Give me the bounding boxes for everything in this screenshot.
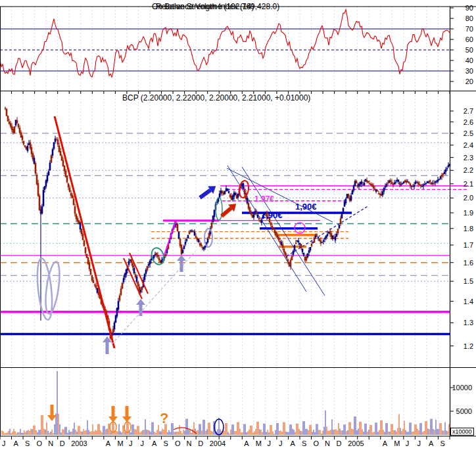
- price-level-label-190-left[interactable]: 1,90€: [261, 210, 283, 220]
- volume-spike-arrow-3[interactable]: [122, 406, 131, 422]
- x-axis-month-label: A: [14, 439, 18, 447]
- price-y-axis-label: 1.9: [452, 209, 473, 217]
- question-mark-annotation[interactable]: ?: [160, 410, 168, 427]
- x-axis-month-label: J: [2, 439, 6, 447]
- x-axis-month-label: S: [25, 439, 30, 447]
- x-axis-month-label: A: [244, 439, 249, 447]
- x-axis-month-label: J: [279, 439, 283, 447]
- rsi-y-axis-label: 30: [452, 67, 473, 75]
- rsi-y-axis-label: 60: [452, 35, 473, 43]
- price-y-axis-label: 1.6: [452, 259, 473, 267]
- price-y-axis-label: 2.4: [452, 141, 473, 149]
- x-axis-month-label: A: [290, 439, 295, 447]
- price-y-axis-label: 1.8: [452, 225, 473, 233]
- x-axis-month-label: D: [337, 439, 342, 447]
- x-axis-month-label: N: [325, 439, 330, 447]
- price-y-axis-label: 1.2: [452, 342, 473, 350]
- price-y-axis-label: 2.0: [452, 194, 473, 202]
- x-axis-month-label: S: [302, 439, 306, 447]
- price-y-axis-label: 2.6: [452, 118, 473, 126]
- rsi-y-axis-label: 90: [452, 4, 473, 12]
- price-y-axis-label: 2.3: [452, 154, 473, 162]
- rsi-y-axis-label: 20: [452, 78, 473, 85]
- major-downtrend-line[interactable]: [55, 116, 114, 348]
- volume-bars: [1, 371, 450, 435]
- panel-borders: [0, 7, 476, 439]
- x-axis-month-label: O: [314, 439, 320, 447]
- volume-y-axis-label: 10000: [451, 384, 472, 392]
- support-resistance-lines[interactable]: [0, 133, 468, 334]
- x-axis-year-label: 2005: [348, 439, 364, 447]
- x-axis-month-label: O: [37, 439, 43, 447]
- x-axis-month-label: N: [187, 439, 192, 447]
- orange-volume-arc-2[interactable]: [124, 422, 131, 432]
- x-axis-month-label: M: [394, 439, 400, 447]
- x-axis-month-label: A: [383, 439, 387, 447]
- price-y-axis-label: 2.1: [452, 180, 473, 188]
- magenta-impulse-line[interactable]: [164, 220, 176, 255]
- price-y-axis-label: 1.3: [452, 319, 473, 326]
- rsi-y-axis-label: 50: [452, 46, 473, 54]
- x-axis-month-label: S: [164, 439, 168, 447]
- rsi-y-axis-label: 80: [452, 14, 473, 22]
- x-axis-month-label: D: [60, 439, 65, 447]
- price-y-axis-label: 1.4: [452, 298, 473, 305]
- x-axis-month-label: M: [256, 439, 262, 447]
- blue-breakout-arrow[interactable]: [197, 183, 218, 202]
- x-axis-month-label: A: [106, 439, 110, 447]
- price-y-axis-label: 1.7: [452, 241, 473, 249]
- price-level-label-197[interactable]: 1.97€: [254, 194, 274, 204]
- price-y-axis-label: 2.5: [452, 129, 473, 137]
- rsi-line: [0, 10, 450, 78]
- stock-chart-window: On Balance Volume (102,769,428.0) Relati…: [0, 0, 476, 450]
- buy-signal-arrow-2[interactable]: [136, 299, 145, 316]
- rsi-y-axis-label: 40: [452, 56, 473, 64]
- price-y-axis-label: 2.7: [452, 107, 473, 115]
- price-y-axis-label: 1.5: [452, 277, 473, 285]
- x-axis-year-label: 2003: [71, 439, 87, 447]
- volume-multiplier-label: x10000: [450, 428, 474, 436]
- volume-spike-arrow-2[interactable]: [108, 406, 118, 422]
- x-axis-month-label: D: [198, 439, 203, 447]
- x-axis-month-label: M: [117, 439, 123, 447]
- x-axis-month-label: J: [140, 439, 144, 447]
- x-axis-month-label: N: [48, 439, 53, 447]
- x-axis-month-label: A: [429, 439, 433, 447]
- price-pane-title: BCP (2.20000, 2.22000, 2.20000, 2.21000,…: [122, 93, 310, 102]
- x-axis-month-label: J: [417, 439, 421, 447]
- chart-canvas: [0, 0, 476, 450]
- x-axis-month-label: A: [152, 439, 156, 447]
- rsi-y-axis-label: 70: [452, 25, 473, 33]
- rsi-level-lines: [0, 29, 450, 71]
- x-axis-month-label: J: [129, 439, 133, 447]
- price-level-label-190-right[interactable]: 1,90€: [295, 202, 317, 212]
- x-axis-year-label: 2004: [210, 439, 226, 447]
- price-y-axis-label: 2.2: [452, 166, 473, 174]
- x-axis-month-label: S: [440, 439, 444, 447]
- x-axis-month-label: J: [406, 439, 410, 447]
- x-axis-month-label: J: [267, 439, 271, 447]
- indicator-title-rsi: Relative Strength Index (14): [156, 2, 254, 11]
- volume-spike-arrow-1[interactable]: [47, 405, 57, 421]
- volume-y-axis-label: 5000: [451, 407, 472, 415]
- x-axis-month-label: O: [175, 439, 181, 447]
